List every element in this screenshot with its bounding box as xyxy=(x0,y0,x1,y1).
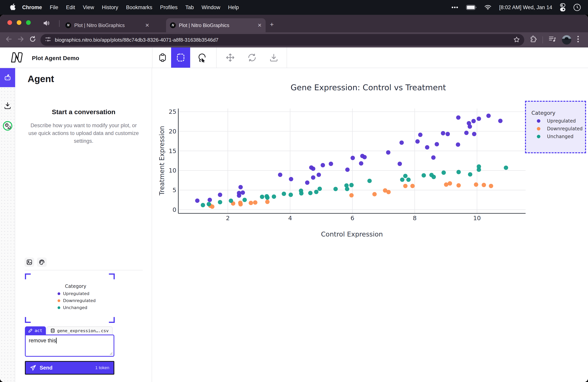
menu-item-chrome[interactable]: Chrome xyxy=(22,4,42,11)
act-mode-chip[interactable]: act xyxy=(25,326,46,335)
svg-text:15: 15 xyxy=(169,148,176,154)
svg-text:10: 10 xyxy=(169,167,176,174)
profile-avatar[interactable] xyxy=(562,35,571,44)
rail-tokens-tab[interactable] xyxy=(0,116,15,135)
svg-text:0: 0 xyxy=(172,206,176,213)
tab-1[interactable]: N Plot | Nitro BioGraphics ✕ xyxy=(62,18,153,32)
site-settings-icon[interactable] xyxy=(45,36,51,43)
browser-window: N Plot | Nitro BioGraphics ✕ N Plot | Ni… xyxy=(0,15,588,382)
browser-menu-icon[interactable] xyxy=(577,35,579,44)
tab-favicon: N xyxy=(170,22,176,28)
reload-button[interactable] xyxy=(30,36,36,44)
panel-heading: Agent xyxy=(28,74,54,84)
browser-toolbar: biographics.nitro.bio/app/plots/88c74db3… xyxy=(0,32,588,47)
send-button[interactable]: Send 1 token xyxy=(25,361,114,375)
chat-input[interactable]: remove this xyxy=(25,335,114,357)
chart-legend-selected[interactable]: Category UpregulatedDownregulatedUnchang… xyxy=(525,101,586,153)
x-axis-label: Control Expression xyxy=(321,230,383,238)
attached-file-chip[interactable]: gene_expression….csv xyxy=(47,326,113,335)
left-rail xyxy=(0,68,15,382)
minimize-window-button[interactable] xyxy=(17,20,21,25)
tab-close-icon[interactable]: ✕ xyxy=(257,22,262,28)
bookmark-star-icon[interactable] xyxy=(513,36,520,44)
menu-item-file[interactable]: File xyxy=(50,4,58,11)
tab-favicon: N xyxy=(65,22,71,28)
style-palette-button[interactable] xyxy=(37,257,47,267)
svg-text:5: 5 xyxy=(172,187,176,193)
menu-item-help[interactable]: Help xyxy=(228,4,239,11)
back-button[interactable] xyxy=(5,36,12,43)
extensions-icon[interactable] xyxy=(530,36,537,44)
menubar-clock[interactable]: [8:02 AM] Wed, Jan 14 xyxy=(499,4,552,11)
legend-item: Unchanged xyxy=(58,305,115,310)
empty-state-body: Describe how you want to modify your plo… xyxy=(28,122,139,145)
menu-item-tab[interactable]: Tab xyxy=(185,4,194,11)
chart-title: Gene Expression: Control vs Treatment xyxy=(291,83,446,92)
menu-item-view[interactable]: View xyxy=(83,4,94,11)
lasso-select-tool[interactable] xyxy=(190,47,214,68)
refresh-plot-button[interactable] xyxy=(242,47,262,68)
close-window-button[interactable] xyxy=(7,20,12,25)
app-header: Plot Agent Demo xyxy=(0,47,588,68)
svg-text:8: 8 xyxy=(413,214,417,222)
menu-item-edit[interactable]: Edit xyxy=(66,4,75,11)
legend-item: Unchanged xyxy=(537,134,585,139)
wifi-icon[interactable] xyxy=(484,5,491,10)
menu-item-history[interactable]: History xyxy=(102,4,118,11)
legend-item: Upregulated xyxy=(58,291,115,296)
clock-icon[interactable] xyxy=(573,3,581,11)
url-bar[interactable]: biographics.nitro.bio/app/plots/88c74db3… xyxy=(41,34,524,46)
menubar-ellipsis-icon[interactable] xyxy=(451,6,458,9)
download-plot-button[interactable] xyxy=(264,47,284,68)
macos-menu-bar: ChromeFileEditViewHistoryBookmarksProfil… xyxy=(0,0,588,15)
bounding-box-tool[interactable] xyxy=(154,47,171,68)
selection-preview[interactable]: Category UpregulatedDownregulatedUnchang… xyxy=(25,274,115,323)
svg-text:20: 20 xyxy=(169,128,176,135)
svg-text:4: 4 xyxy=(288,214,292,222)
svg-text:25: 25 xyxy=(169,108,176,115)
menu-item-bookmarks[interactable]: Bookmarks xyxy=(126,4,152,11)
tab-2-active[interactable]: N Plot | Nitro BioGraphics ✕ xyxy=(166,18,266,32)
plot-canvas[interactable]: Gene Expression: Control vs Treatment 24… xyxy=(152,68,588,382)
forward-button[interactable] xyxy=(18,36,24,43)
app-root: Plot Agent Demo xyxy=(0,47,588,382)
media-controls-icon[interactable] xyxy=(549,36,556,44)
legend-item: Downregulated xyxy=(58,298,115,303)
svg-text:10: 10 xyxy=(473,214,481,222)
attach-image-button[interactable] xyxy=(24,257,34,267)
move-tool[interactable] xyxy=(220,47,240,68)
empty-state-title: Start a conversation xyxy=(28,108,139,116)
menu-item-profiles[interactable]: Profiles xyxy=(160,4,178,11)
legend-item: Upregulated xyxy=(537,118,585,124)
svg-text:2: 2 xyxy=(226,214,230,222)
control-center-icon[interactable] xyxy=(560,3,566,12)
zoom-window-button[interactable] xyxy=(26,20,31,25)
url-text: biographics.nitro.bio/app/plots/88c74db3… xyxy=(55,37,218,43)
legend-item: Downregulated xyxy=(537,126,585,131)
select-region-tool[interactable] xyxy=(171,47,190,68)
tab-strip: N Plot | Nitro BioGraphics ✕ N Plot | Ni… xyxy=(0,15,588,32)
new-tab-button[interactable]: + xyxy=(270,21,274,28)
y-axis-label: Treatment Expression xyxy=(158,126,166,195)
app-title: Plot Agent Demo xyxy=(32,55,79,62)
agent-panel: Agent Start a conversation Describe how … xyxy=(15,68,152,382)
token-count: 1 token xyxy=(95,365,109,370)
tab-close-icon[interactable]: ✕ xyxy=(145,22,149,28)
battery-icon[interactable] xyxy=(466,5,477,10)
menu-item-window[interactable]: Window xyxy=(202,4,220,11)
svg-text:6: 6 xyxy=(351,214,355,222)
rail-agent-tab[interactable] xyxy=(0,68,15,87)
scatter-plot: 2468100510152025 xyxy=(152,68,588,382)
selection-legend-snapshot: Category UpregulatedDownregulatedUnchang… xyxy=(25,284,115,310)
apple-menu-icon[interactable] xyxy=(10,3,16,11)
rail-download-tab[interactable] xyxy=(0,96,15,115)
menu-items: ChromeFileEditViewHistoryBookmarksProfil… xyxy=(22,4,239,11)
nitro-logo[interactable] xyxy=(11,52,23,64)
tab-audio-icon[interactable] xyxy=(43,20,50,28)
